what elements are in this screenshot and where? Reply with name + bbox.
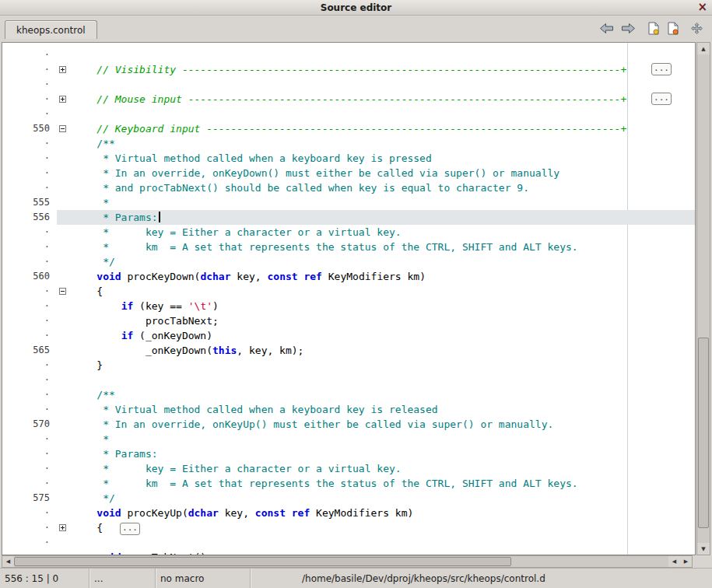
scroll-down-icon[interactable]: ▼	[697, 543, 710, 555]
code-line[interactable]: 565 _onKeyDown(this, key, km);	[2, 343, 695, 358]
horizontal-scrollbar[interactable]: ◀ ◀ ▶	[2, 555, 693, 568]
save-as-button[interactable]	[667, 22, 679, 35]
code-line[interactable]: · * km = A set that represents the statu…	[2, 476, 695, 491]
code-line[interactable]: ·	[2, 535, 695, 550]
save-button[interactable]	[647, 22, 660, 35]
line-dot[interactable]: ·	[2, 358, 57, 373]
code-line[interactable]: · * Virtual method called when a keyboar…	[2, 402, 695, 417]
scroll-left-end-icon[interactable]: ◀	[668, 556, 680, 567]
line-number[interactable]: 565	[2, 343, 57, 358]
code-line[interactable]: · * key = Either a character or a virtua…	[2, 461, 695, 476]
code-line[interactable]: · void procTabNext()	[2, 550, 695, 555]
scroll-left-icon[interactable]: ◀	[2, 556, 14, 567]
code-line[interactable]: · * and procTabNext() should be called w…	[2, 180, 695, 195]
line-number[interactable]: 575	[2, 491, 57, 506]
fold-toggle[interactable]	[59, 66, 66, 73]
vertical-scrollbar[interactable]: ▲ ▼	[696, 42, 710, 555]
code-text: void procKeyUp(dchar key, const ref KeyM…	[72, 506, 695, 520]
back-button[interactable]	[599, 23, 614, 34]
code-line[interactable]: 575 */	[2, 491, 695, 506]
line-dot[interactable]: ·	[2, 92, 57, 107]
fold-toggle[interactable]	[59, 288, 66, 295]
code-line[interactable]: · }	[2, 358, 695, 373]
line-dot[interactable]: ·	[2, 284, 57, 299]
line-dot[interactable]: ·	[2, 446, 57, 461]
code-line[interactable]: ·	[2, 47, 695, 62]
code-line[interactable]: 560 void procKeyDown(dchar key, const re…	[2, 269, 695, 284]
line-dot[interactable]: ·	[2, 432, 57, 446]
line-dot[interactable]: ·	[2, 77, 57, 92]
code-line[interactable]: ·	[2, 107, 695, 121]
code-line[interactable]: · * key = Either a character or a virtua…	[2, 225, 695, 240]
line-number[interactable]: 570	[2, 417, 57, 432]
code-line[interactable]: · *	[2, 432, 695, 446]
code-line[interactable]: 556 * Params:	[2, 210, 695, 225]
code-line[interactable]: 550 // Keyboard input ------------------…	[2, 121, 695, 136]
folded-region-ellipsis[interactable]: ...	[120, 523, 140, 535]
code-area[interactable]: ·· // Visibility -----------------------…	[2, 42, 696, 555]
folded-region-ellipsis[interactable]: ...	[651, 93, 672, 105]
code-token: const	[267, 271, 297, 282]
code-line[interactable]: ·	[2, 373, 695, 387]
code-line[interactable]: · // Visibility ------------------------…	[2, 62, 695, 77]
line-dot[interactable]: ·	[2, 254, 57, 269]
code-line[interactable]: · if (key == '\t')	[2, 299, 695, 313]
code-line[interactable]: · /**	[2, 387, 695, 402]
line-dot[interactable]: ·	[2, 313, 57, 328]
line-dot[interactable]: ·	[2, 402, 57, 417]
line-number[interactable]: 555	[2, 195, 57, 210]
line-dot[interactable]: ·	[2, 506, 57, 520]
code-line[interactable]: 570 * In an override, onKeyUp() must eit…	[2, 417, 695, 432]
code-line[interactable]: · * In an override, onKeyDown() must eit…	[2, 166, 695, 180]
fold-toggle[interactable]	[59, 125, 66, 132]
line-dot[interactable]: ·	[2, 520, 57, 535]
line-dot[interactable]: ·	[2, 299, 57, 313]
line-dot[interactable]: ·	[2, 166, 57, 180]
code-line[interactable]: · * Virtual method called when a keyboar…	[2, 151, 695, 166]
code-line[interactable]: 555 *	[2, 195, 695, 210]
line-dot[interactable]: ·	[2, 47, 57, 62]
code-line[interactable]: · /**	[2, 136, 695, 151]
code-line[interactable]: · // Mouse input -----------------------…	[2, 92, 695, 107]
code-line[interactable]: · procTabNext;	[2, 313, 695, 328]
line-dot[interactable]: ·	[2, 151, 57, 166]
vertical-scroll-thumb[interactable]	[698, 338, 709, 528]
vertical-scroll-track[interactable]	[697, 54, 710, 543]
move-handle[interactable]	[691, 23, 703, 34]
line-dot[interactable]: ·	[2, 107, 57, 121]
line-dot[interactable]: ·	[2, 62, 57, 77]
line-dot[interactable]: ·	[2, 387, 57, 402]
code-line[interactable]: · * Params:	[2, 446, 695, 461]
line-dot[interactable]: ·	[2, 136, 57, 151]
line-number[interactable]: 560	[2, 269, 57, 284]
horizontal-scroll-thumb[interactable]	[14, 557, 511, 566]
line-number[interactable]: 550	[2, 121, 57, 136]
line-dot[interactable]: ·	[2, 535, 57, 550]
line-dot[interactable]: ·	[2, 240, 57, 254]
line-dot[interactable]: ·	[2, 180, 57, 195]
line-dot[interactable]: ·	[2, 373, 57, 387]
folded-region-ellipsis[interactable]: ...	[651, 63, 672, 75]
close-icon[interactable]: ×	[697, 1, 707, 14]
line-dot[interactable]: ·	[2, 550, 57, 555]
fold-toggle[interactable]	[59, 524, 66, 531]
line-dot[interactable]: ·	[2, 225, 57, 240]
code-line[interactable]: · if (_onKeyDown)	[2, 328, 695, 343]
code-line[interactable]: · void procKeyUp(dchar key, const ref Ke…	[2, 506, 695, 520]
code-token: * Params:	[72, 448, 158, 460]
horizontal-scroll-track[interactable]	[14, 556, 668, 567]
fold-toggle[interactable]	[59, 96, 66, 103]
code-line[interactable]: · {	[2, 284, 695, 299]
line-dot[interactable]: ·	[2, 461, 57, 476]
forward-button[interactable]	[621, 23, 636, 34]
code-line[interactable]: · { ...	[2, 520, 695, 535]
code-line[interactable]: · * km = A set that represents the statu…	[2, 240, 695, 254]
line-number[interactable]: 556	[2, 210, 57, 225]
scroll-up-icon[interactable]: ▲	[697, 43, 710, 54]
scroll-right-icon[interactable]: ▶	[680, 556, 692, 567]
code-line[interactable]: · */	[2, 254, 695, 269]
code-line[interactable]: ·	[2, 77, 695, 92]
tab-kheops-control[interactable]: kheops.control	[5, 20, 97, 39]
line-dot[interactable]: ·	[2, 476, 57, 491]
line-dot[interactable]: ·	[2, 328, 57, 343]
